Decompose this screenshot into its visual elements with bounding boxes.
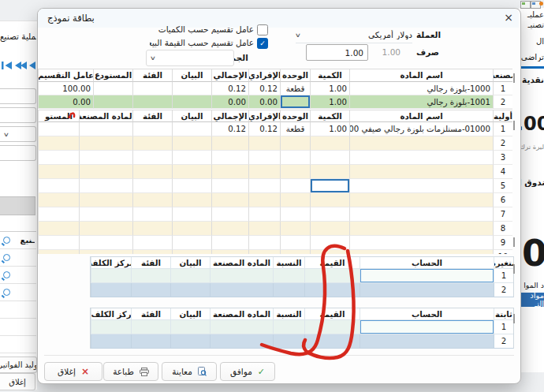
record-nav-arrows-icon[interactable]	[2, 61, 36, 70]
grid-cell[interactable]	[172, 179, 211, 193]
grid-cell[interactable]	[248, 222, 280, 236]
grid-cell[interactable]: 0.12	[248, 82, 280, 95]
row-number[interactable]: 4	[493, 165, 512, 179]
grid-cell[interactable]	[248, 193, 280, 207]
grid-cell[interactable]: 0.12	[248, 122, 280, 136]
grid-cell[interactable]	[248, 151, 280, 165]
grid-cell[interactable]	[304, 283, 360, 297]
row-number[interactable]: 9	[493, 236, 512, 250]
grid-cell[interactable]	[132, 222, 172, 236]
grid-cell[interactable]	[79, 179, 132, 193]
grid-cell[interactable]	[38, 122, 79, 136]
grid-cell[interactable]: 0.00	[248, 95, 280, 109]
row-number[interactable]: 1	[494, 320, 513, 334]
grid-cell[interactable]	[38, 207, 79, 222]
grid-cell[interactable]	[280, 236, 310, 250]
row-number[interactable]: 2	[493, 136, 512, 151]
grid-cell[interactable]	[310, 250, 349, 254]
grid-cell[interactable]	[38, 136, 79, 151]
grid-cell[interactable]	[273, 283, 304, 297]
grid-cell[interactable]	[132, 236, 172, 250]
grid-cell[interactable]: 0.12	[211, 82, 248, 95]
grid-cell[interactable]	[132, 179, 172, 193]
grid-cell[interactable]	[91, 283, 131, 297]
grid-cell[interactable]	[210, 269, 273, 283]
generate-invoices-button[interactable]: وليد الفواتير	[0, 357, 37, 373]
ok-button[interactable]: موافق ✓	[220, 362, 275, 381]
grid-cell[interactable]	[38, 151, 79, 165]
grid-cell[interactable]	[304, 334, 360, 349]
grid-cell[interactable]: 0.12	[211, 122, 248, 136]
grid-cell[interactable]	[170, 283, 210, 297]
grid-cell[interactable]	[360, 320, 494, 334]
grid-cell[interactable]	[172, 250, 211, 254]
row-number[interactable]: 2	[494, 283, 513, 297]
grid-cell[interactable]: قطعة	[280, 122, 310, 136]
search-icon[interactable]	[3, 237, 10, 244]
grid-cell[interactable]	[79, 136, 132, 151]
grid-cell[interactable]: 1.00	[310, 82, 349, 95]
grid-cell[interactable]	[248, 136, 280, 151]
grid-cell[interactable]	[310, 236, 349, 250]
grid-cell[interactable]	[38, 179, 79, 193]
split-by-quantity-checkbox[interactable]	[257, 24, 268, 35]
grid-cell[interactable]	[93, 82, 132, 95]
grid-cell[interactable]	[172, 82, 211, 95]
grid-cell[interactable]	[360, 269, 494, 283]
grid-cell[interactable]	[211, 236, 248, 250]
grid-cell[interactable]	[211, 193, 248, 207]
grid-cell[interactable]	[310, 165, 349, 179]
close-icon[interactable]: ×	[499, 9, 518, 26]
grid-cell[interactable]: 100.00	[38, 82, 93, 95]
bg-input-field[interactable]	[0, 88, 36, 104]
grid-cell[interactable]	[132, 207, 172, 222]
grid-cell[interactable]	[79, 250, 132, 254]
grid-cell[interactable]	[211, 250, 248, 254]
grid-cell[interactable]	[248, 207, 280, 222]
grid-cell[interactable]	[91, 269, 131, 283]
grid-cell[interactable]	[132, 193, 172, 207]
grid-cell[interactable]	[131, 283, 170, 297]
list-item[interactable]	[0, 301, 36, 319]
grid-cell[interactable]	[38, 236, 79, 250]
grid-cell[interactable]	[248, 165, 280, 179]
grid-cell[interactable]	[280, 136, 310, 151]
grid-cell[interactable]	[273, 269, 304, 283]
grid-cell[interactable]	[172, 136, 211, 151]
grid-cell[interactable]	[131, 320, 170, 334]
grid-cell[interactable]	[132, 82, 172, 95]
grid-cell[interactable]	[172, 122, 211, 136]
grid-cell[interactable]	[310, 151, 349, 165]
exchange-rate-input[interactable]: 1.00	[306, 44, 368, 61]
grid-cell[interactable]	[38, 222, 79, 236]
grid-cell[interactable]	[273, 334, 304, 349]
grid-cell[interactable]: 1.00	[310, 95, 349, 109]
grid-cell[interactable]	[310, 136, 349, 151]
grid-cell[interactable]	[132, 165, 172, 179]
split-by-sale-value-checkbox[interactable]: ✓	[257, 38, 268, 49]
grid-cell[interactable]	[349, 250, 493, 254]
grid-cell[interactable]	[79, 193, 132, 207]
list-item[interactable]	[0, 249, 36, 267]
grid-cell[interactable]: 0.00	[211, 95, 248, 109]
grid-cell[interactable]	[280, 151, 310, 165]
row-number[interactable]: 6	[493, 193, 512, 207]
list-item[interactable]	[0, 284, 36, 301]
close-button[interactable]: إغلاق ×	[44, 362, 102, 381]
grid-cell[interactable]	[248, 179, 280, 193]
grid-cell[interactable]	[172, 151, 211, 165]
row-number[interactable]: 1	[493, 122, 512, 136]
grid-cell[interactable]	[132, 250, 172, 254]
row-number[interactable]: 5	[493, 179, 512, 193]
grid-cell[interactable]	[211, 151, 248, 165]
grid-cell[interactable]	[349, 207, 493, 222]
grid-cell[interactable]	[38, 165, 79, 179]
grid-cell[interactable]	[310, 207, 349, 222]
grid-cell[interactable]	[132, 122, 172, 136]
grid-cell[interactable]	[248, 236, 280, 250]
row-number[interactable]: 3	[493, 151, 512, 165]
row-number[interactable]: 1	[493, 82, 512, 95]
row-number[interactable]: 2	[494, 334, 513, 349]
grid-cell[interactable]	[349, 165, 493, 179]
grid-cell[interactable]	[349, 236, 493, 250]
